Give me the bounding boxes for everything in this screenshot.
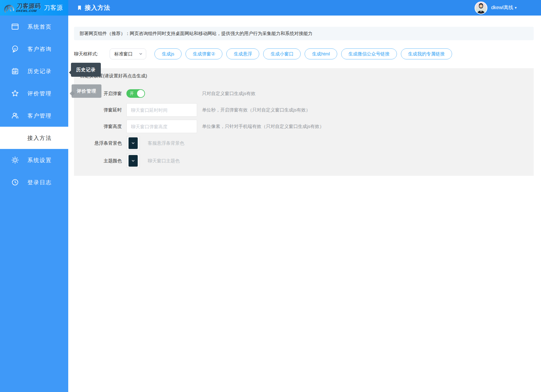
sidebar-item-access-method[interactable]: 接入方法 (0, 127, 68, 149)
toggle-on-label: 开 (130, 91, 134, 96)
info-banner-text: 部署网页组件（推荐）：网页咨询组件同时支持桌面网站和移动网站，提供强大的用户行为… (80, 31, 313, 37)
popup-height-hint: 单位像素，只针对手机端有效（只对自定义窗口生成js有效） (202, 124, 324, 129)
sidebar-item-login-log[interactable]: 登录日志 (0, 171, 68, 193)
theme-color-hint: 聊天窗口主题色 (148, 158, 180, 164)
notebook-icon (11, 67, 19, 75)
chevron-down-icon (139, 52, 143, 56)
caret-down-icon: ▼ (514, 6, 517, 9)
sidebar-item-customers[interactable]: 客户管理 (0, 104, 68, 127)
generate-buttons: 生成js 生成弹窗② 生成悬浮 生成小窗口 生成html 生成微信公众号链接 生… (154, 48, 452, 59)
row-popup-delay: 弹窗延时 单位秒，开启弹窗有效（只对自定义窗口生成js有效） (74, 103, 534, 117)
chat-smile-icon (11, 45, 19, 53)
generate-small-window-button[interactable]: 生成小窗口 (263, 48, 301, 59)
popup-delay-hint: 单位秒，开启弹窗有效（只对自定义窗口生成js有效） (202, 107, 310, 113)
topbar: K 刀客源码 DKEWL.COM 刀客源 接入方法 (0, 0, 541, 16)
enable-popup-hint: 只对自定义窗口生成js有效 (202, 91, 256, 97)
generate-html-button[interactable]: 生成html (305, 48, 337, 59)
user-menu[interactable]: dkewl离线 ▼ (475, 0, 517, 16)
theme-color-label: 主题颜色 (74, 158, 122, 164)
floatbar-bg-color-select[interactable] (126, 136, 140, 150)
floatbar-bg-color-label: 悬浮条背景色 (74, 140, 122, 146)
sidebar-item-reviews[interactable]: 评价管理 (0, 82, 68, 104)
svg-text:K: K (6, 4, 13, 13)
popup-delay-input[interactable] (126, 103, 197, 117)
chat-style-label: 聊天框样式: (74, 51, 98, 57)
brand-logo-icon: K (3, 2, 16, 14)
avatar[interactable] (475, 2, 487, 14)
sidebar-item-consult[interactable]: 客户咨询 (0, 38, 68, 60)
popup-height-input[interactable] (126, 120, 197, 133)
row-floatbar-bg-color: 悬浮条背景色 客服悬浮条背景色 (74, 136, 534, 150)
tooltip-history: 历史记录 (71, 63, 101, 77)
popup-height-label: 弹窗高度 (74, 124, 122, 129)
brand-name-side: 刀客源 (44, 4, 63, 12)
generate-popup-button[interactable]: 生成弹窗② (186, 48, 222, 59)
chat-style-selected-value: 标准窗口 (114, 51, 133, 57)
chevron-down-icon (131, 159, 135, 163)
generate-float-button[interactable]: 生成悬浮 (226, 48, 259, 59)
users-icon (11, 111, 19, 120)
brand-name-en: DKEWL.COM (16, 9, 41, 12)
generate-wechat-link-button[interactable]: 生成微信公众号链接 (341, 48, 397, 59)
popup-delay-label: 弹窗延时 (74, 107, 122, 113)
tooltip-reviews: 评价管理 (72, 84, 101, 98)
info-banner: 部署网页组件（推荐）：网页咨询组件同时支持桌面网站和移动网站，提供强大的用户行为… (74, 27, 534, 40)
logo[interactable]: K 刀客源码 DKEWL.COM 刀客源 (0, 0, 68, 16)
clock-icon (11, 178, 19, 186)
row-theme-color: 主题颜色 聊天窗口主题色 (74, 154, 534, 168)
custom-settings-panel: 自定义设置(请设置好再点击生成) 开启弹窗 开 只对自定义窗口生成js有效 弹窗… (74, 68, 534, 176)
panel-heading: 自定义设置(请设置好再点击生成) (80, 73, 534, 79)
main-content: 部署网页组件（推荐）：网页咨询组件同时支持桌面网站和移动网站，提供强大的用户行为… (68, 16, 541, 392)
row-enable-popup: 开启弹窗 开 只对自定义窗口生成js有效 (74, 89, 534, 98)
theme-color-select[interactable] (126, 154, 140, 168)
star-icon (11, 89, 19, 97)
chat-style-select[interactable]: 标准窗口 (110, 48, 146, 59)
sidebar-item-history[interactable]: 历史记录 (0, 60, 68, 82)
page-title: 接入方法 (85, 4, 110, 12)
brand-name-cn: 刀客源码 (16, 3, 41, 9)
toggle-knob (137, 90, 144, 97)
floatbar-bg-color-hint: 客服悬浮条背景色 (148, 140, 184, 146)
sidebar-item-home[interactable]: 系统首页 (0, 16, 68, 38)
chat-style-row: 聊天框样式: 标准窗口 生成js 生成弹窗② 生成悬浮 生成小窗口 生成html… (74, 48, 534, 60)
window-icon (11, 23, 19, 31)
chevron-down-icon (131, 141, 135, 145)
gear-icon (11, 156, 19, 164)
bookmark-icon (77, 5, 82, 11)
enable-popup-toggle[interactable]: 开 (126, 89, 145, 98)
row-popup-height: 弹窗高度 单位像素，只针对手机端有效（只对自定义窗口生成js有效） (74, 120, 534, 133)
generate-js-button[interactable]: 生成js (154, 48, 182, 59)
user-name: dkewl离线 (491, 5, 513, 11)
sidebar-item-settings[interactable]: 系统设置 (0, 149, 68, 171)
generate-exclusive-link-button[interactable]: 生成我的专属链接 (401, 48, 452, 59)
sidebar: 系统首页 客户咨询 历史记录 评价管理 客户管理 接 (0, 16, 68, 392)
